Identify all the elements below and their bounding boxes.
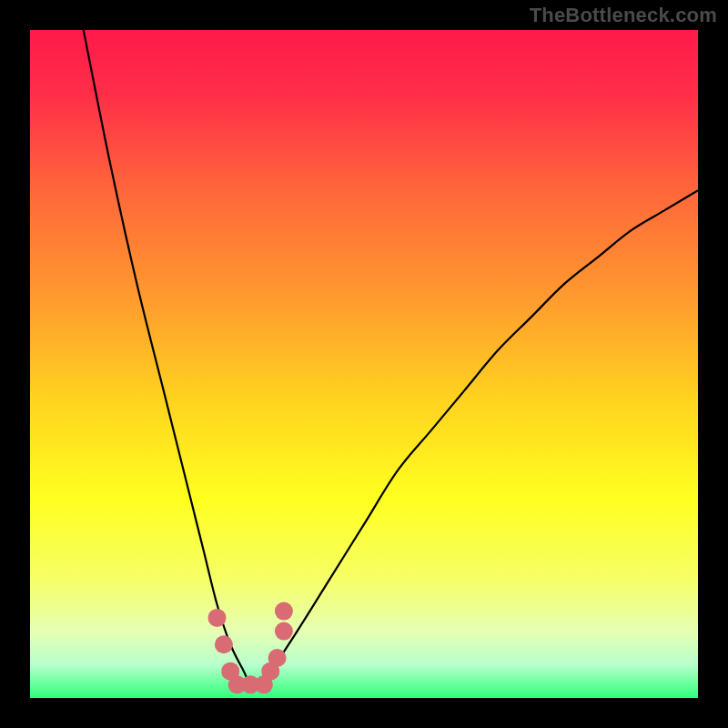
plot-area — [30, 30, 698, 698]
chart-frame: TheBottleneck.com — [0, 0, 728, 728]
curve-marker — [275, 622, 293, 641]
plot-svg — [30, 30, 698, 698]
curve-marker — [275, 602, 293, 621]
curve-marker — [215, 635, 233, 653]
curve-marker — [208, 609, 227, 627]
gradient-background — [30, 30, 698, 698]
curve-marker — [268, 649, 287, 667]
watermark-text: TheBottleneck.com — [530, 4, 717, 27]
